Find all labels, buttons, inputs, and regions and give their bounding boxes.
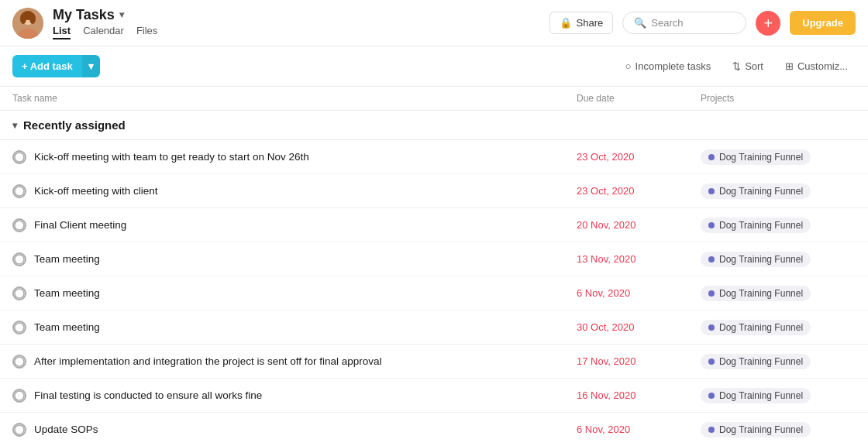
task-project: Dog Training Funnel: [701, 354, 856, 369]
project-color-dot: [708, 154, 715, 160]
add-task-button[interactable]: + Add task ▾: [12, 55, 100, 77]
task-due-date: 30 Oct, 2020: [577, 321, 701, 333]
project-badge[interactable]: Dog Training Funnel: [701, 149, 811, 165]
task-name: Team meeting: [34, 321, 577, 333]
upgrade-button[interactable]: Upgrade: [790, 11, 856, 35]
task-complete-checkbox[interactable]: [12, 218, 26, 232]
tab-list[interactable]: List: [53, 25, 71, 39]
share-button[interactable]: 🔒 Share: [549, 12, 614, 34]
task-complete-checkbox[interactable]: [12, 184, 26, 198]
table-row: Team meeting 13 Nov, 2020 Dog Training F…: [0, 242, 868, 276]
toolbar: + Add task ▾ ○ Incomplete tasks ⇅ Sort ⊞…: [0, 46, 868, 87]
table-row: Update SOPs 6 Nov, 2020 Dog Training Fun…: [0, 413, 868, 446]
project-badge[interactable]: Dog Training Funnel: [701, 252, 811, 267]
svg-point-11: [15, 323, 24, 332]
task-complete-checkbox[interactable]: [12, 423, 26, 437]
task-project: Dog Training Funnel: [701, 422, 856, 437]
project-badge[interactable]: Dog Training Funnel: [701, 422, 811, 437]
section-recently-assigned[interactable]: ▾ Recently assigned: [0, 111, 868, 140]
task-project: Dog Training Funnel: [701, 218, 856, 233]
svg-point-14: [15, 425, 24, 434]
nav-tabs: List Calendar Files: [53, 25, 157, 39]
tab-files[interactable]: Files: [136, 25, 157, 39]
customize-button[interactable]: ⊞ Customiz...: [777, 57, 856, 76]
section-toggle-icon[interactable]: ▾: [12, 120, 17, 131]
task-complete-checkbox[interactable]: [12, 389, 26, 403]
svg-point-10: [15, 289, 24, 298]
project-badge[interactable]: Dog Training Funnel: [701, 388, 811, 403]
project-name: Dog Training Funnel: [719, 186, 803, 197]
dropdown-arrow-icon: ▾: [88, 60, 94, 72]
task-due-date: 16 Nov, 2020: [577, 389, 701, 401]
project-name: Dog Training Funnel: [719, 322, 803, 333]
table-row: Team meeting 6 Nov, 2020 Dog Training Fu…: [0, 276, 868, 310]
project-badge[interactable]: Dog Training Funnel: [701, 184, 811, 199]
task-name: Kick-off meeting with client: [34, 185, 577, 197]
task-project: Dog Training Funnel: [701, 388, 856, 403]
project-color-dot: [708, 290, 715, 297]
project-name: Dog Training Funnel: [719, 152, 803, 163]
task-due-date: 23 Oct, 2020: [577, 151, 701, 163]
incomplete-tasks-filter[interactable]: ○ Incomplete tasks: [618, 57, 718, 76]
task-complete-checkbox[interactable]: [12, 355, 26, 369]
project-badge[interactable]: Dog Training Funnel: [701, 354, 811, 369]
header: My Tasks ▾ List Calendar Files 🔒 Share 🔍…: [0, 0, 868, 46]
tab-calendar[interactable]: Calendar: [83, 25, 124, 39]
task-due-date: 20 Nov, 2020: [577, 219, 701, 231]
table-row: Final testing is conducted to ensure all…: [0, 379, 868, 413]
project-color-dot: [708, 393, 715, 399]
svg-point-13: [15, 391, 24, 400]
search-icon: 🔍: [634, 17, 646, 29]
project-badge[interactable]: Dog Training Funnel: [701, 286, 811, 301]
avatar[interactable]: [12, 8, 43, 39]
task-complete-checkbox[interactable]: [12, 321, 26, 334]
task-complete-checkbox[interactable]: [12, 252, 26, 266]
project-color-dot: [708, 222, 715, 228]
svg-point-12: [15, 357, 24, 366]
task-complete-checkbox[interactable]: [12, 150, 26, 164]
page-title: My Tasks: [53, 7, 115, 23]
incomplete-tasks-label: Incomplete tasks: [636, 60, 711, 72]
task-project: Dog Training Funnel: [701, 320, 856, 335]
task-complete-checkbox[interactable]: [12, 286, 26, 300]
sort-icon: ⇅: [732, 60, 741, 72]
project-color-dot: [708, 256, 715, 262]
project-badge[interactable]: Dog Training Funnel: [701, 218, 811, 233]
task-project: Dog Training Funnel: [701, 286, 856, 301]
search-bar[interactable]: 🔍 Search: [622, 12, 746, 34]
title-chevron-icon[interactable]: ▾: [119, 9, 124, 20]
table-header: Task name Due date Projects: [0, 87, 868, 111]
task-due-date: 6 Nov, 2020: [577, 424, 701, 435]
table-row: Final Client meeting 20 Nov, 2020 Dog Tr…: [0, 208, 868, 242]
task-list: Kick-off meeting with team to get ready …: [0, 140, 868, 446]
project-name: Dog Training Funnel: [719, 220, 803, 231]
add-button[interactable]: +: [756, 11, 780, 36]
project-badge[interactable]: Dog Training Funnel: [701, 320, 811, 335]
task-name: Team meeting: [34, 253, 577, 265]
task-due-date: 6 Nov, 2020: [577, 287, 701, 299]
add-task-label: + Add task: [22, 60, 73, 72]
project-color-dot: [708, 324, 715, 331]
sort-button[interactable]: ⇅ Sort: [725, 57, 771, 76]
section-title: Recently assigned: [23, 118, 126, 132]
project-name: Dog Training Funnel: [719, 390, 803, 401]
task-name: Update SOPs: [34, 424, 577, 435]
project-name: Dog Training Funnel: [719, 424, 803, 435]
col-header-name: Task name: [12, 93, 577, 104]
task-due-date: 17 Nov, 2020: [577, 355, 701, 367]
title-area: My Tasks ▾ List Calendar Files: [53, 7, 157, 39]
customize-label: Customiz...: [797, 60, 848, 72]
sort-label: Sort: [745, 60, 763, 72]
table-row: Kick-off meeting with client 23 Oct, 202…: [0, 174, 868, 208]
task-project: Dog Training Funnel: [701, 149, 856, 165]
add-task-main[interactable]: + Add task: [12, 55, 82, 77]
table-row: Kick-off meeting with team to get ready …: [0, 140, 868, 174]
project-name: Dog Training Funnel: [719, 254, 803, 265]
add-task-dropdown-arrow[interactable]: ▾: [82, 55, 100, 77]
svg-point-5: [29, 13, 36, 24]
task-name: Kick-off meeting with team to get ready …: [34, 151, 577, 163]
task-name: Final Client meeting: [34, 219, 577, 231]
task-name: Team meeting: [34, 287, 577, 299]
project-color-dot: [708, 188, 715, 194]
share-label: Share: [577, 17, 604, 29]
